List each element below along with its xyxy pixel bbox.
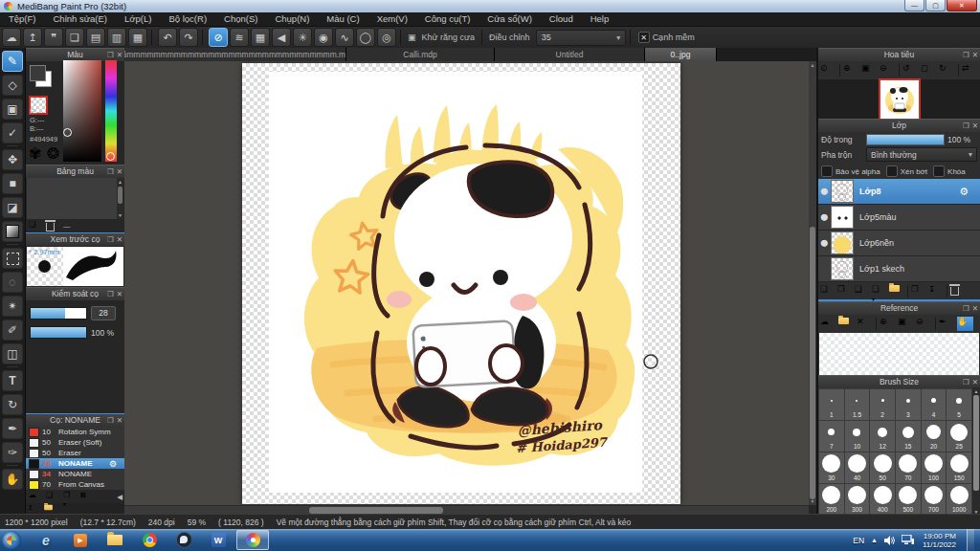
close-icon[interactable]	[972, 120, 978, 132]
menu-item[interactable]: Chỉnh sửa(E)	[45, 12, 117, 26]
network-icon[interactable]	[902, 535, 914, 545]
document-tab[interactable]: Untitled	[495, 48, 645, 61]
brush-settings-gear-icon[interactable]	[109, 459, 117, 469]
lock-checkbox[interactable]	[933, 165, 945, 177]
close-icon[interactable]	[117, 414, 122, 427]
decoration-tool-button[interactable]	[2, 122, 23, 143]
scroll-left-icon[interactable]: ◀	[117, 491, 122, 503]
close-icon[interactable]	[117, 49, 122, 61]
detach-icon[interactable]	[963, 376, 969, 388]
detach-icon[interactable]	[107, 165, 114, 178]
hue-slider[interactable]	[105, 60, 117, 162]
rotate-reset-button[interactable]	[921, 63, 937, 77]
document-tab[interactable]: 0..jpg	[645, 48, 717, 61]
merge-layer-button[interactable]	[928, 284, 944, 298]
alpha-lock-label[interactable]: Bảo vệ alpha	[835, 167, 880, 176]
reference-cloud-button[interactable]	[820, 317, 836, 331]
menu-item[interactable]: Xem(V)	[368, 12, 416, 26]
foreground-color-swatch[interactable]	[30, 65, 46, 81]
fit-screen-button[interactable]	[861, 63, 878, 77]
brush-size-cell[interactable]: 4	[922, 389, 947, 420]
brush-size-slider[interactable]	[30, 307, 87, 320]
add-special-layer-button[interactable]: ▾	[872, 284, 887, 298]
brush-folder-button[interactable]	[43, 504, 56, 513]
color-panel-titlebar[interactable]: Màu	[26, 48, 124, 61]
brush-row[interactable]: 10 Rotation Symm	[26, 427, 124, 437]
menu-item[interactable]: Lớp(L)	[116, 12, 160, 26]
brush-size-cell[interactable]: 100	[922, 452, 947, 483]
lasso-tool-button[interactable]	[2, 272, 23, 293]
taskbar-medibang-active[interactable]	[236, 530, 269, 550]
close-icon[interactable]	[117, 288, 122, 300]
brush-size-cell[interactable]: 300	[845, 484, 870, 515]
rotate-cw-button[interactable]	[939, 63, 955, 77]
close-icon[interactable]	[117, 233, 122, 246]
layer-row[interactable]: ⬤ Lớp8	[818, 179, 980, 205]
layer-titlebar[interactable]: Lớp	[818, 119, 980, 132]
notes-button[interactable]	[65, 28, 84, 47]
move-tool-button[interactable]	[2, 149, 23, 170]
snap-grid-button[interactable]	[251, 28, 270, 47]
close-icon[interactable]	[972, 302, 978, 315]
palette-swap-button[interactable]	[47, 144, 62, 158]
palette-mode-button[interactable]	[29, 144, 44, 158]
taskbar-word[interactable]: W	[202, 530, 234, 550]
brush-size-cell[interactable]: 30	[819, 452, 844, 483]
gradient-tool-button[interactable]	[2, 221, 23, 242]
snap-parallel-button[interactable]	[230, 28, 249, 47]
add-swatch-button[interactable]	[29, 220, 43, 231]
brush-size-cell[interactable]: 1	[819, 389, 844, 420]
flip-button[interactable]	[962, 63, 978, 77]
brush-control-titlebar[interactable]: Kiểm soát cọ	[26, 287, 124, 300]
zoom-out-button[interactable]	[880, 63, 896, 77]
brush-size-cell[interactable]: 3	[896, 389, 921, 420]
close-icon[interactable]	[117, 165, 122, 178]
hue-cursor[interactable]	[106, 152, 115, 161]
add-8bit-layer-button[interactable]	[837, 284, 853, 298]
palette-swatch-area[interactable]: ▲ ▼	[27, 178, 123, 219]
brush-preview-titlebar[interactable]: Xem trước cọ	[26, 232, 124, 246]
lock-label[interactable]: Khóa	[947, 167, 966, 176]
brush-tool-button[interactable]	[2, 51, 23, 72]
brush-size-cell[interactable]: 150	[947, 452, 971, 483]
start-button[interactable]	[2, 531, 21, 550]
close-button[interactable]: ✕	[947, 0, 977, 11]
hscroll-thumb[interactable]	[309, 507, 443, 514]
menu-item[interactable]: Bộ lọc(R)	[160, 12, 215, 26]
reference-hand-button[interactable]	[957, 317, 973, 331]
taskbar-media-player[interactable]: ▶	[64, 530, 97, 550]
eyedropper-tool-button[interactable]	[2, 418, 23, 439]
hidden-icons-chevron[interactable]: ▲	[871, 537, 878, 543]
title-bar[interactable]: MediBang Paint Pro (32bit) — ▢ ✕	[0, 0, 980, 12]
zoom-in-button[interactable]	[843, 63, 859, 77]
scroll-up-icon[interactable]: ▲	[117, 179, 123, 185]
palette-panel-titlebar[interactable]: Bảng màu	[26, 165, 124, 178]
delete-swatch-button[interactable]	[46, 220, 60, 231]
menu-item[interactable]: Cửa sổ(W)	[479, 12, 540, 26]
brush-size-cell[interactable]: 20	[922, 421, 947, 452]
zoom-reset-button[interactable]	[820, 63, 836, 77]
reference-fit-button[interactable]	[898, 317, 914, 331]
add-layer-button[interactable]	[820, 284, 835, 298]
brush-opacity-slider[interactable]	[30, 326, 87, 339]
reference-open-button[interactable]	[838, 317, 855, 331]
duplicate-brush-button[interactable]: ▾	[63, 491, 78, 502]
reference-zoom-in-button[interactable]	[880, 317, 896, 331]
speaker-icon[interactable]	[884, 536, 895, 545]
reference-view[interactable]	[819, 333, 979, 375]
menu-item[interactable]: Tệp(F)	[0, 12, 45, 26]
reference-titlebar[interactable]: Reference	[818, 301, 980, 315]
fill-tool-button[interactable]	[2, 173, 23, 194]
brush-row[interactable]: 28 NONAME	[26, 458, 124, 469]
brush-size-cell[interactable]: 2	[870, 389, 895, 420]
detach-icon[interactable]	[107, 414, 114, 427]
hand-tool-button[interactable]	[2, 469, 23, 490]
operation-tool-button[interactable]	[2, 394, 23, 415]
canvas-workspace[interactable]: @hebishiro # Hoidap297	[124, 61, 809, 505]
layer-row[interactable]: ⬤ Lớp1 skech	[818, 256, 980, 282]
menu-item[interactable]: Chụp(N)	[266, 12, 318, 26]
alpha-lock-checkbox[interactable]	[821, 165, 833, 177]
brush-size-scrollbar[interactable]: ▲ ▼	[972, 387, 980, 516]
select-rect-tool-button[interactable]	[2, 248, 23, 269]
delete-layer-button[interactable]	[950, 284, 966, 298]
